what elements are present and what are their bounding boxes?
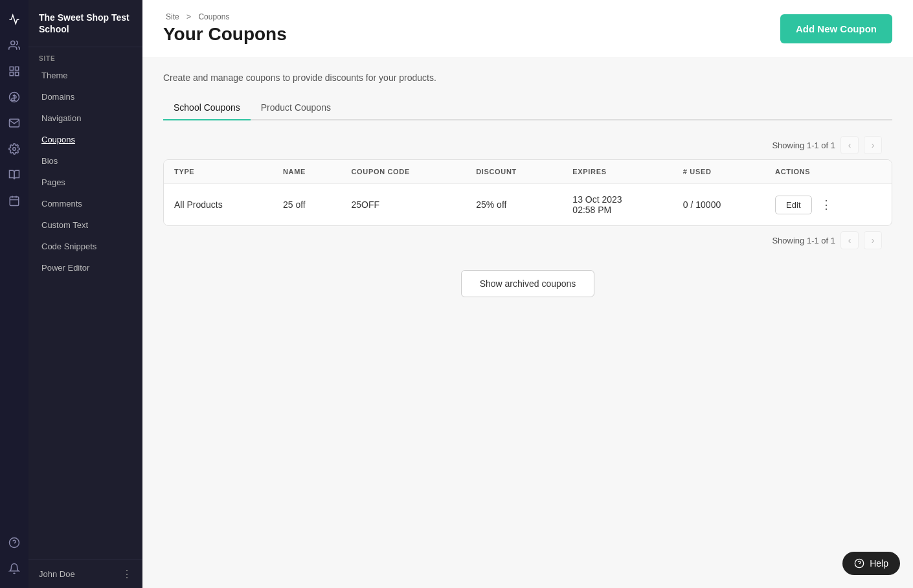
dashboard-icon[interactable] <box>3 60 26 83</box>
help-icon <box>854 558 864 569</box>
row-type: All Products <box>164 184 273 226</box>
help-label: Help <box>870 558 888 569</box>
table-row: All Products 25 off 25OFF 25% off 13 Oct… <box>164 184 892 226</box>
show-archived-button[interactable]: Show archived coupons <box>461 270 595 297</box>
tab-school-coupons[interactable]: School Coupons <box>163 96 251 120</box>
col-coupon-code: COUPON CODE <box>341 160 466 184</box>
breadcrumb-page: Coupons <box>198 12 229 21</box>
page-title: Your Coupons <box>163 24 287 45</box>
actions-cell: Edit ⋮ <box>775 196 881 214</box>
page-subtitle: Create and manage coupons to provide dis… <box>163 73 892 83</box>
breadcrumb-sep: > <box>186 12 191 21</box>
gear-icon[interactable] <box>3 137 26 161</box>
main-content: Site > Coupons Your Coupons Add New Coup… <box>142 0 913 588</box>
row-actions: Edit ⋮ <box>765 184 892 226</box>
pagination-bottom-next[interactable]: › <box>864 231 882 249</box>
row-expires-date: 13 Oct 2023 <box>572 194 662 205</box>
row-expires: 13 Oct 2023 02:58 PM <box>562 184 672 226</box>
sidebar-footer: John Doe ⋮ <box>28 560 142 588</box>
calendar-icon[interactable] <box>3 189 26 212</box>
site-section-label: SITE <box>28 47 142 65</box>
row-used: 0 / 10000 <box>673 184 765 226</box>
table-card: TYPE NAME COUPON CODE DISCOUNT EXPIRES #… <box>163 159 892 226</box>
more-options-button[interactable]: ⋮ <box>817 196 835 214</box>
top-bar: Site > Coupons Your Coupons Add New Coup… <box>142 0 913 57</box>
tabs: School Coupons Product Coupons <box>163 96 892 120</box>
col-used: # USED <box>673 160 765 184</box>
sidebar-item-power-editor[interactable]: Power Editor <box>31 258 140 278</box>
col-discount: DISCOUNT <box>466 160 562 184</box>
help-button[interactable]: Help <box>842 552 900 575</box>
pagination-bottom-showing: Showing 1-1 of 1 <box>772 236 835 245</box>
col-actions: ACTIONS <box>765 160 892 184</box>
svg-rect-3 <box>16 73 19 76</box>
sidebar-item-comments[interactable]: Comments <box>31 194 140 214</box>
svg-point-0 <box>11 41 15 45</box>
sidebar-item-pages[interactable]: Pages <box>31 172 140 192</box>
svg-rect-7 <box>10 197 19 206</box>
edit-coupon-button[interactable]: Edit <box>775 196 811 214</box>
page-header-left: Site > Coupons Your Coupons <box>163 12 287 45</box>
pagination-top-prev[interactable]: ‹ <box>840 136 859 154</box>
row-expires-time: 02:58 PM <box>572 205 662 215</box>
dollar-icon[interactable] <box>3 85 26 109</box>
library-icon[interactable] <box>3 163 26 187</box>
svg-rect-4 <box>10 73 13 76</box>
col-type: TYPE <box>164 160 273 184</box>
people-icon[interactable] <box>3 34 26 57</box>
tab-product-coupons[interactable]: Product Coupons <box>251 96 341 120</box>
row-name: 25 off <box>273 184 341 226</box>
pagination-top-next[interactable]: › <box>864 136 882 154</box>
icon-rail <box>0 0 28 588</box>
help-icon[interactable] <box>3 531 26 554</box>
pagination-bottom-prev[interactable]: ‹ <box>840 231 859 249</box>
sidebar-item-navigation[interactable]: Navigation <box>31 108 140 128</box>
svg-point-6 <box>13 148 16 151</box>
coupons-table: TYPE NAME COUPON CODE DISCOUNT EXPIRES #… <box>164 160 892 225</box>
pagination-top: Showing 1-1 of 1 ‹ › <box>163 131 892 159</box>
sidebar-item-coupons[interactable]: Coupons <box>31 130 140 150</box>
notification-icon[interactable] <box>3 557 26 580</box>
sidebar-item-theme[interactable]: Theme <box>31 65 140 85</box>
sidebar-item-bios[interactable]: Bios <box>31 151 140 171</box>
analytics-icon[interactable] <box>3 8 26 31</box>
breadcrumb: Site > Coupons <box>163 12 287 21</box>
sidebar: The Sweet Shop Test School SITE Theme Do… <box>28 0 142 588</box>
svg-rect-1 <box>10 67 13 70</box>
pagination-bottom: Showing 1-1 of 1 ‹ › <box>163 226 892 254</box>
sidebar-footer-user: John Doe <box>39 569 75 579</box>
col-expires: EXPIRES <box>562 160 672 184</box>
sidebar-item-custom-text[interactable]: Custom Text <box>31 215 140 235</box>
sidebar-footer-menu[interactable]: ⋮ <box>122 568 132 580</box>
mail-icon[interactable] <box>3 111 26 135</box>
content-area: Create and manage coupons to provide dis… <box>142 57 913 588</box>
col-name: NAME <box>273 160 341 184</box>
sidebar-item-domains[interactable]: Domains <box>31 87 140 107</box>
add-new-coupon-button[interactable]: Add New Coupon <box>780 14 892 43</box>
breadcrumb-site: Site <box>166 12 179 21</box>
svg-rect-2 <box>16 67 19 70</box>
school-name: The Sweet Shop Test School <box>28 0 142 47</box>
sidebar-item-code-snippets[interactable]: Code Snippets <box>31 236 140 256</box>
row-coupon-code: 25OFF <box>341 184 466 226</box>
pagination-top-showing: Showing 1-1 of 1 <box>772 141 835 150</box>
row-discount: 25% off <box>466 184 562 226</box>
